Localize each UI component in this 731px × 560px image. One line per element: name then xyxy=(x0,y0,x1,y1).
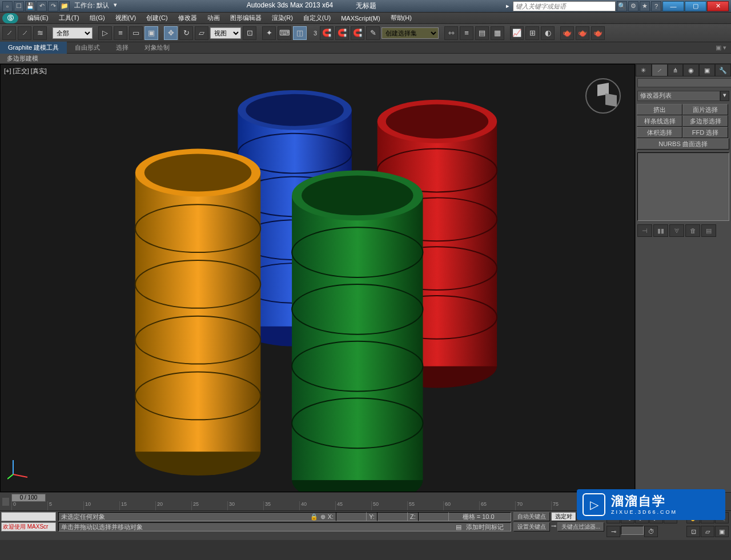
spinner-snap-icon[interactable]: 🧲 xyxy=(351,26,364,40)
named-selection-dropdown[interactable]: 创建选择集 xyxy=(381,27,439,39)
viewport[interactable]: [+] [正交] [真实] xyxy=(0,64,635,492)
menu-modifiers[interactable]: 修改器 xyxy=(174,13,202,23)
selection-filter-dropdown[interactable]: 全部 xyxy=(53,27,93,39)
make-unique-icon[interactable]: ⩔ xyxy=(669,224,684,237)
ribbon-panel-label[interactable]: 多边形建模 xyxy=(2,54,43,63)
move-icon[interactable]: ✥ xyxy=(164,26,178,40)
pin-stack-icon[interactable]: ⊣ xyxy=(637,224,652,237)
configure-sets-icon[interactable]: ▤ xyxy=(701,224,716,237)
mod-extrude-button[interactable]: 挤出 xyxy=(637,104,682,115)
add-time-tag[interactable]: 添加时间标记 xyxy=(461,523,508,531)
new-file-icon[interactable]: ▫ xyxy=(2,1,13,11)
key-filters-button[interactable]: 关键点过滤器... xyxy=(557,522,604,531)
ribbon-tab-paint[interactable]: 对象绘制 xyxy=(136,42,178,54)
percent-snap-icon[interactable]: 🧲 xyxy=(335,26,349,40)
info-center-icon[interactable]: ▸ xyxy=(504,2,512,10)
scale-icon[interactable]: ▱ xyxy=(195,26,208,40)
edit-named-sel-icon[interactable]: ✎ xyxy=(366,26,380,40)
reference-coord-dropdown[interactable]: 视图 xyxy=(210,27,241,39)
menu-views[interactable]: 视图(V) xyxy=(111,13,141,23)
minimize-button[interactable]: — xyxy=(662,1,684,11)
menu-rendering[interactable]: 渲染(R) xyxy=(267,13,298,23)
coord-icon[interactable]: ⊕ xyxy=(320,513,326,521)
app-menu-icon[interactable]: Ⓢ xyxy=(2,13,18,23)
unlink-icon[interactable]: ⟋ xyxy=(18,26,31,40)
viewport-label[interactable]: [+] [正交] [真实] xyxy=(4,67,47,75)
time-tag-icon[interactable]: ▤ xyxy=(456,523,461,531)
project-icon[interactable]: 📁 xyxy=(59,1,70,11)
menu-tools[interactable]: 工具(T) xyxy=(54,13,84,23)
utilities-panel-tab[interactable]: 🔧 xyxy=(715,64,731,76)
ribbon-collapse-icon[interactable]: ▣ ▾ xyxy=(711,44,731,51)
key-mode-toggle-icon[interactable]: ⊸ xyxy=(607,526,620,537)
maxscript-output[interactable]: 欢迎使用 MAXScr xyxy=(1,522,56,531)
window-crossing-icon[interactable]: ▣ xyxy=(144,26,158,40)
search-input[interactable] xyxy=(513,1,616,11)
modify-panel-tab[interactable]: ⟋ xyxy=(652,64,668,76)
rotate-icon[interactable]: ↻ xyxy=(179,26,193,40)
help-icon[interactable]: ? xyxy=(651,1,661,11)
select-name-icon[interactable]: ≡ xyxy=(114,26,127,40)
ribbon-tab-graphite[interactable]: Graphite 建模工具 xyxy=(0,42,67,54)
mod-spline-select-button[interactable]: 样条线选择 xyxy=(637,115,682,127)
time-slider[interactable]: 0 / 100 xyxy=(11,494,46,502)
ribbon-tab-selection[interactable]: 选择 xyxy=(108,42,136,54)
menu-help[interactable]: 帮助(H) xyxy=(386,13,416,23)
curve-editor-icon[interactable]: 📈 xyxy=(510,26,524,40)
mod-ffd-select-button[interactable]: FFD 选择 xyxy=(682,127,728,138)
menu-maxscript[interactable]: MAXScript(M) xyxy=(336,14,384,23)
select-object-icon[interactable]: ▷ xyxy=(98,26,112,40)
render-setup-icon[interactable]: 🫖 xyxy=(560,26,574,40)
viewcube[interactable] xyxy=(583,76,623,116)
show-end-result-icon[interactable]: ▮▮ xyxy=(653,224,668,237)
timeline-toggle-icon[interactable] xyxy=(2,498,9,506)
dropdown-arrow-icon[interactable]: ▾ xyxy=(720,91,729,101)
schematic-view-icon[interactable]: ⊞ xyxy=(525,26,539,40)
menu-animation[interactable]: 动画 xyxy=(203,13,224,23)
material-editor-icon[interactable]: ◐ xyxy=(541,26,555,40)
layer-manager-icon[interactable]: ▤ xyxy=(475,26,489,40)
menu-create[interactable]: 创建(C) xyxy=(142,13,172,23)
close-button[interactable]: ✕ xyxy=(707,1,729,11)
menu-edit[interactable]: 编辑(E) xyxy=(23,13,53,23)
redo-icon[interactable]: ↷ xyxy=(48,1,58,11)
ribbon-tab-freeform[interactable]: 自由形式 xyxy=(67,42,108,54)
hierarchy-panel-tab[interactable]: ⋔ xyxy=(668,64,684,76)
fov-icon[interactable]: ▱ xyxy=(701,526,714,537)
open-file-icon[interactable]: ☐ xyxy=(14,1,24,11)
bind-spacewarp-icon[interactable]: ≋ xyxy=(33,26,47,40)
mirror-icon[interactable]: ⇿ xyxy=(444,26,458,40)
pivot-icon[interactable]: ⊡ xyxy=(243,26,256,40)
workspace-dropdown-icon[interactable]: ▾ xyxy=(114,1,117,11)
modifier-list-dropdown[interactable]: 修改器列表 xyxy=(637,91,720,101)
communication-icon[interactable]: ⚙ xyxy=(628,1,638,11)
coord-z-input[interactable] xyxy=(418,512,449,521)
modifier-stack[interactable] xyxy=(637,152,729,221)
render-frame-icon[interactable]: 🫖 xyxy=(576,26,589,40)
ribbon-toggle-icon[interactable]: ▦ xyxy=(491,26,504,40)
object-name-input[interactable] xyxy=(637,78,731,87)
selected-label[interactable]: 选定对 xyxy=(551,512,576,521)
remove-modifier-icon[interactable]: 🗑 xyxy=(685,224,700,237)
favorites-icon[interactable]: ★ xyxy=(640,1,650,11)
undo-icon[interactable]: ↶ xyxy=(37,1,47,11)
align-icon[interactable]: ≡ xyxy=(460,26,473,40)
coord-y-input[interactable] xyxy=(377,512,408,521)
menu-graph-editors[interactable]: 图形编辑器 xyxy=(226,13,266,23)
select-manipulate-icon[interactable]: ✦ xyxy=(262,26,276,40)
time-config-icon[interactable]: ⏱ xyxy=(644,526,658,537)
create-panel-tab[interactable]: ✳ xyxy=(636,64,652,76)
workspace-label[interactable]: 工作台: 默认 xyxy=(71,1,113,11)
auto-key-button[interactable]: 自动关键点 xyxy=(513,512,550,521)
menu-group[interactable]: 组(G) xyxy=(85,13,110,23)
motion-panel-tab[interactable]: ◉ xyxy=(683,64,699,76)
coord-x-input[interactable] xyxy=(336,512,367,521)
menu-customize[interactable]: 自定义(U) xyxy=(299,13,335,23)
render-icon[interactable]: 🫖 xyxy=(591,26,605,40)
maximize-button[interactable]: ▢ xyxy=(685,1,706,11)
mod-poly-select-button[interactable]: 多边形选择 xyxy=(682,115,728,127)
mod-nurbs-select-button[interactable]: NURBS 曲面选择 xyxy=(637,138,729,150)
angle-snap-icon[interactable]: 🧲 xyxy=(320,26,334,40)
select-rect-icon[interactable]: ▭ xyxy=(129,26,143,40)
zoom-all-icon[interactable]: ⊡ xyxy=(686,526,700,537)
